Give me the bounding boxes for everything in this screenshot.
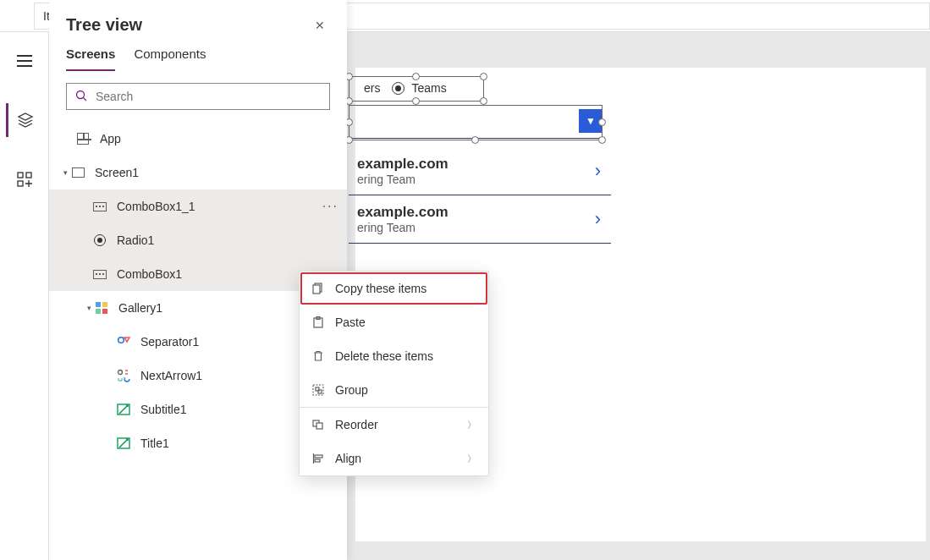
radio-option-1[interactable]: ers <box>364 81 380 95</box>
tree-view-button[interactable] <box>6 103 40 137</box>
chevron-right-icon[interactable]: › <box>595 160 601 182</box>
radio-label-1: ers <box>364 81 380 95</box>
radio-option-2[interactable]: Teams <box>392 81 446 95</box>
node-label: Separator1 <box>140 335 199 349</box>
app-icon <box>74 130 91 147</box>
svg-rect-24 <box>315 459 320 462</box>
node-label: ComboBox1_1 <box>117 200 195 213</box>
screen-icon <box>69 164 86 181</box>
svg-rect-8 <box>102 309 107 314</box>
search-input[interactable] <box>66 83 330 110</box>
more-icon[interactable]: ··· <box>322 199 338 214</box>
radio-circle-icon <box>392 82 404 95</box>
ctx-label: Align <box>335 452 361 465</box>
card-title: example.com <box>357 204 448 221</box>
hamburger-icon <box>17 55 32 67</box>
main-area: ers Teams ▼ example.com <box>0 32 930 560</box>
node-combobox1-1[interactable]: ComboBox1_1 ··· ··· <box>49 189 347 223</box>
svg-rect-0 <box>18 173 23 178</box>
gallery-item-1[interactable]: example.com ering Team › <box>349 147 611 195</box>
reorder-icon <box>311 419 325 431</box>
tree-tabs: Screens Components <box>49 40 347 71</box>
ctx-label: Delete these items <box>335 349 433 363</box>
left-rail <box>0 32 49 560</box>
search-field[interactable] <box>96 90 321 103</box>
gallery-item-2[interactable]: example.com ering Team › <box>349 195 611 244</box>
combobox-icon <box>91 266 108 283</box>
dropdown-arrow-icon[interactable]: ▼ <box>579 109 603 133</box>
svg-rect-1 <box>26 173 31 178</box>
ctx-align[interactable]: Align 〉 <box>300 442 488 475</box>
node-label: App <box>100 132 121 145</box>
chevron-right-icon: 〉 <box>467 419 476 431</box>
node-label: Gallery1 <box>118 301 162 315</box>
ctx-label: Reorder <box>335 418 378 431</box>
node-radio1[interactable]: Radio1 <box>49 223 347 257</box>
node-app[interactable]: App <box>49 122 347 156</box>
tab-components[interactable]: Components <box>134 47 206 71</box>
add-grid-icon <box>17 172 32 187</box>
svg-rect-21 <box>316 423 322 429</box>
ctx-delete[interactable]: Delete these items <box>300 339 488 373</box>
node-screen1[interactable]: ▾ Screen1 <box>49 156 347 189</box>
svg-rect-6 <box>102 302 107 307</box>
chevron-right-icon[interactable]: › <box>595 208 601 230</box>
card-subtitle: ering Team <box>357 173 448 186</box>
ctx-label: Group <box>335 383 368 397</box>
combobox-control[interactable]: ▼ <box>349 103 603 139</box>
chevron-right-icon: 〉 <box>467 453 476 465</box>
svg-rect-2 <box>18 181 23 186</box>
ctx-copy[interactable]: Copy these items <box>300 272 488 305</box>
node-label: Title1 <box>140 436 169 450</box>
label-icon <box>115 435 132 452</box>
node-label: Screen1 <box>95 166 139 179</box>
tree-view-title: Tree view <box>66 15 142 35</box>
svg-point-10 <box>118 371 123 375</box>
ctx-reorder[interactable]: Reorder 〉 <box>300 408 488 442</box>
trash-icon <box>311 350 325 362</box>
hamburger-button[interactable] <box>8 44 41 78</box>
close-icon[interactable]: ✕ <box>310 19 330 32</box>
gallery-icon <box>93 299 110 316</box>
svg-point-3 <box>77 91 85 98</box>
layers-icon <box>17 112 34 129</box>
copy-icon <box>311 283 325 294</box>
svg-rect-7 <box>96 309 101 314</box>
card-subtitle: ering Team <box>357 221 448 234</box>
svg-rect-5 <box>96 302 101 307</box>
caret-down-icon[interactable]: ▾ <box>85 304 93 312</box>
node-label: NextArrow1 <box>140 369 202 382</box>
svg-rect-23 <box>315 455 322 458</box>
context-menu: Copy these items Paste Delete these item… <box>299 271 489 476</box>
label-icon <box>115 401 132 418</box>
caret-down-icon[interactable]: ▾ <box>61 168 69 177</box>
radio-icon <box>91 232 108 249</box>
ctx-label: Paste <box>335 316 366 329</box>
card-title: example.com <box>357 156 448 173</box>
combobox-icon <box>91 198 108 215</box>
ctx-group[interactable]: Group <box>300 373 488 407</box>
nextarrow-icon <box>115 367 132 384</box>
insert-button[interactable] <box>8 162 41 196</box>
separator-icon <box>115 333 132 350</box>
ctx-paste[interactable]: Paste <box>300 305 488 339</box>
node-label: ComboBox1 <box>117 267 182 281</box>
search-icon <box>75 90 87 104</box>
node-label: Radio1 <box>117 233 154 247</box>
ctx-label: Copy these items <box>335 282 426 295</box>
radio-label-2: Teams <box>411 81 446 95</box>
formula-input[interactable] <box>321 3 930 30</box>
svg-point-9 <box>118 338 124 343</box>
node-label: Subtitle1 <box>140 403 186 416</box>
svg-rect-14 <box>313 285 320 294</box>
svg-line-4 <box>84 97 87 101</box>
group-icon <box>311 384 325 396</box>
align-icon <box>311 453 325 464</box>
radio-control[interactable]: ers Teams <box>352 76 926 100</box>
paste-icon <box>311 316 325 328</box>
tab-screens[interactable]: Screens <box>66 47 115 71</box>
